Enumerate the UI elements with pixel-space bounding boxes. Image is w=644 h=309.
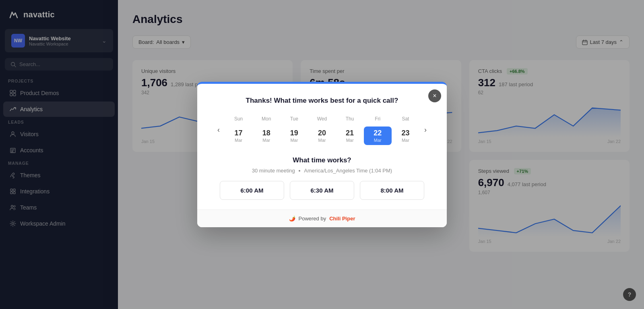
calendar-header: ‹ SunMonTueWedThuFriSat 17Mar18Mar19Mar2… [213, 114, 431, 145]
calendar-day[interactable]: 22Mar [364, 127, 392, 145]
chili-icon: 🌶️ [289, 216, 295, 222]
day-number: 21 [346, 129, 354, 138]
scheduling-modal: × Thanks! What time works best for a qui… [197, 82, 447, 227]
time-slot-button[interactable]: 8:00 AM [360, 181, 424, 200]
time-slot-button[interactable]: 6:00 AM [220, 181, 284, 200]
calendar-day[interactable]: 17Mar [225, 127, 252, 145]
day-month: Mar [235, 138, 242, 143]
day-number: 17 [235, 129, 243, 138]
modal-close-button[interactable]: × [428, 89, 441, 102]
calendar-day[interactable]: 21Mar [336, 127, 364, 145]
day-month: Mar [290, 138, 298, 143]
day-month: Mar [402, 138, 409, 143]
calendar-days: 17Mar18Mar19Mar20Mar21Mar22Mar23Mar [225, 127, 419, 145]
calendar-days-row: SunMonTueWedThuFriSat 17Mar18Mar19Mar20M… [225, 114, 419, 145]
time-subtitle: 30 minute meeting America/Los_Angeles Ti… [213, 168, 431, 174]
calendar-day[interactable]: 20Mar [308, 127, 336, 145]
time-title: What time works? [213, 156, 431, 164]
modal-body: Thanks! What time works best for a quick… [197, 84, 447, 209]
time-section: What time works? 30 minute meeting Ameri… [208, 156, 436, 209]
day-number: 20 [318, 129, 326, 138]
day-month: Mar [262, 138, 270, 143]
modal-overlay[interactable]: × Thanks! What time works best for a qui… [0, 0, 644, 309]
calendar-next-button[interactable]: › [419, 124, 431, 136]
calendar-day[interactable]: 19Mar [280, 127, 308, 145]
day-name: Tue [280, 114, 308, 123]
day-number: 18 [262, 129, 270, 138]
time-slot-button[interactable]: 6:30 AM [290, 181, 354, 200]
calendar-prev-button[interactable]: ‹ [213, 124, 225, 136]
chili-piper-link[interactable]: Chili Piper [329, 216, 355, 222]
calendar: ‹ SunMonTueWedThuFriSat 17Mar18Mar19Mar2… [208, 114, 436, 145]
day-name: Mon [252, 114, 280, 123]
day-month: Mar [374, 138, 382, 143]
calendar-day-names: SunMonTueWedThuFriSat [225, 114, 419, 123]
day-number: 23 [401, 129, 409, 138]
day-number: 22 [374, 129, 382, 138]
day-number: 19 [290, 129, 298, 138]
day-name: Wed [308, 114, 336, 123]
modal-footer: 🌶️ Powered by Chili Piper [197, 209, 447, 227]
calendar-day[interactable]: 18Mar [252, 127, 280, 145]
day-month: Mar [318, 138, 326, 143]
day-name: Sat [392, 114, 419, 123]
dot-separator [299, 170, 300, 172]
day-name: Fri [364, 114, 392, 123]
day-month: Mar [346, 138, 354, 143]
modal-title: Thanks! What time works best for a quick… [208, 97, 436, 105]
calendar-day[interactable]: 23Mar [392, 127, 419, 145]
day-name: Thu [336, 114, 364, 123]
time-slots: 6:00 AM6:30 AM8:00 AM [213, 181, 431, 200]
day-name: Sun [225, 114, 252, 123]
footer-text: Powered by [299, 216, 326, 222]
